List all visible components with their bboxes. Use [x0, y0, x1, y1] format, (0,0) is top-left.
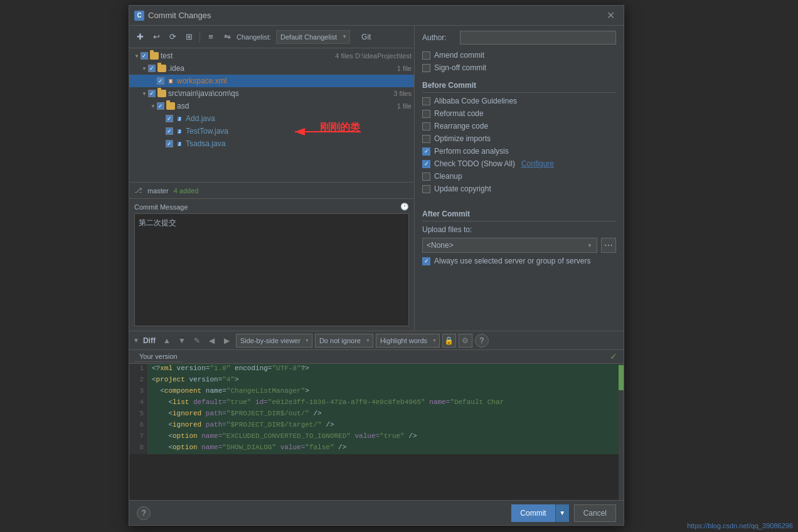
tree-checkbox[interactable] [166, 140, 173, 147]
upload-select[interactable]: <None> [422, 238, 597, 253]
diff-edit-button[interactable]: ✎ [191, 334, 203, 347]
tree-checkbox[interactable] [166, 127, 173, 135]
tree-item-asd[interactable]: ▼ asd 1 file [129, 100, 414, 112]
changelist-select-wrapper: Default Changelist [276, 30, 350, 44]
diff-scrollbar-thumb[interactable] [619, 365, 624, 390]
java-file-icon: J [175, 127, 184, 136]
dialog-titlebar: C Commit Changes ✕ [129, 6, 624, 26]
commit-message-label: Commit Message 🕐 [134, 203, 409, 211]
website-link[interactable]: https://blog.csdn.net/qq_39086296 [687, 522, 793, 529]
line-content: <option name="SHOW_DIALOG" value="false"… [148, 443, 619, 454]
diff-section: ▼ Diff ▲ ▼ ✎ ◀ ▶ Side-by-side viewer Do … [129, 331, 624, 500]
tree-checkbox[interactable] [148, 65, 156, 72]
add-button[interactable]: ✚ [133, 30, 147, 44]
tree-item-add-java[interactable]: J Add.java [129, 112, 414, 125]
analyze-checkbox[interactable] [422, 147, 430, 156]
tree-expand-arrow[interactable]: ▼ [149, 102, 157, 110]
todo-checkbox[interactable] [422, 160, 430, 168]
bottom-help-button[interactable]: ? [137, 506, 151, 520]
commit-message-section: Commit Message 🕐 第二次提交 [129, 198, 414, 331]
collapse-button[interactable]: ⇋ [220, 30, 234, 44]
line-number: 6 [129, 420, 148, 432]
tree-label: test [161, 51, 332, 60]
always-use-checkbox[interactable] [422, 257, 430, 265]
tree-spacer [158, 140, 166, 147]
settings-button[interactable]: ⚙ [459, 334, 472, 348]
highlight-dropdown-wrapper: Highlight words [376, 334, 440, 348]
close-button[interactable]: ✕ [603, 8, 619, 23]
tree-item-idea[interactable]: ▼ .idea 1 file [129, 62, 414, 75]
todo-label: Check TODO (Show All) [434, 159, 515, 168]
git-tab[interactable]: Git [358, 31, 375, 43]
diff-next-button[interactable]: ▶ [221, 334, 233, 347]
tree-checkbox[interactable] [166, 115, 173, 122]
line-number: 1 [129, 364, 148, 375]
viewer-dropdown[interactable]: Side-by-side viewer [236, 334, 312, 348]
line-content: <ignored path="$PROJECT_DIR$/target/" /> [148, 420, 619, 432]
file-tree: ▼ test 4 files D:\ideaProject\test ▼ .id… [129, 48, 414, 182]
tree-expand-arrow[interactable]: ▼ [133, 52, 141, 60]
ignore-dropdown[interactable]: Do not ignore [315, 334, 373, 348]
undo-button[interactable]: ↩ [149, 30, 163, 44]
line-content: <list default="true" id="e012e3ff-1036-4… [148, 398, 619, 409]
tree-spacer [149, 77, 157, 85]
help-button[interactable]: ? [475, 334, 489, 348]
line-number: 4 [129, 398, 148, 409]
highlight-dropdown[interactable]: Highlight words [376, 334, 440, 348]
author-input[interactable] [460, 31, 616, 45]
diff-line-6: 6 <ignored path="$PROJECT_DIR$/target/" … [129, 420, 619, 432]
upload-label: Upload files to: [422, 225, 616, 234]
commit-arrow-button[interactable]: ▼ [555, 504, 569, 522]
refresh-button[interactable]: ⟳ [166, 30, 179, 44]
rearrange-checkbox[interactable] [422, 122, 430, 130]
commit-message-input[interactable]: 第二次提交 [134, 213, 409, 326]
tree-checkbox[interactable] [148, 90, 156, 97]
upload-more-button[interactable]: ⋯ [601, 238, 616, 253]
optimize-checkbox[interactable] [422, 135, 430, 143]
tree-item-workspace-xml[interactable]: X workspace.xml [129, 75, 414, 87]
tree-label: TestTow.java [186, 127, 412, 136]
alibaba-label: Alibaba Code Guidelines [434, 97, 517, 105]
expand-button[interactable]: ≡ [204, 30, 218, 44]
reformat-checkbox[interactable] [422, 110, 430, 118]
tree-checkbox[interactable] [141, 52, 148, 60]
configure-link[interactable]: Configure [521, 159, 554, 168]
diff-down-button[interactable]: ▼ [176, 334, 188, 347]
commit-button-group: Commit ▼ [511, 504, 568, 522]
diff-prev-button[interactable]: ◀ [206, 334, 218, 347]
tree-item-test[interactable]: ▼ test 4 files D:\ideaProject\test [129, 50, 414, 62]
tree-checkbox[interactable] [157, 77, 164, 85]
tree-item-tsadsa-java[interactable]: J Tsadsa.java [129, 137, 414, 150]
tree-item-testtow-java[interactable]: J TestTow.java [129, 125, 414, 137]
group-button[interactable]: ⊞ [182, 30, 196, 44]
alibaba-row: Alibaba Code Guidelines [422, 97, 616, 105]
amend-commit-checkbox[interactable] [422, 51, 430, 60]
tree-meta: 4 files D:\ideaProject\test [335, 52, 412, 60]
line-content: <?xml version="1.0" encoding="UTF-8"?> [148, 364, 619, 375]
toolbar-separator [200, 31, 200, 43]
author-row: Author: [422, 31, 616, 45]
line-number: 3 [129, 386, 148, 398]
commit-button[interactable]: Commit [511, 504, 555, 522]
reformat-row: Reformat code [422, 109, 616, 118]
cleanup-checkbox[interactable] [422, 173, 430, 181]
tree-expand-arrow[interactable]: ▼ [141, 65, 148, 72]
upload-select-wrapper: <None> [422, 238, 597, 253]
copyright-checkbox[interactable] [422, 185, 430, 193]
tree-checkbox[interactable] [157, 102, 164, 110]
tree-expand-arrow[interactable]: ▼ [141, 90, 148, 97]
signoff-commit-checkbox[interactable] [422, 64, 430, 72]
diff-line-7: 7 <option name="EXCLUDED_CONVERTED_TO_IG… [129, 432, 619, 443]
line-content: <component name="ChangeListManager"> [148, 386, 619, 398]
diff-scrollbar[interactable] [619, 364, 624, 500]
tree-item-src[interactable]: ▼ src\main\java\com\qs 3 files [129, 87, 414, 100]
after-commit-section: After Commit Upload files to: <None> ⋯ A… [422, 205, 616, 269]
alibaba-checkbox[interactable] [422, 97, 430, 105]
cancel-button[interactable]: Cancel [574, 504, 616, 522]
changelist-select[interactable]: Default Changelist [276, 30, 350, 44]
diff-up-button[interactable]: ▲ [161, 334, 173, 347]
toolbar: ✚ ↩ ⟳ ⊞ ≡ ⇋ Changelist: Default Changeli… [129, 26, 414, 48]
lock-button[interactable]: 🔒 [442, 334, 456, 348]
optimize-row: Optimize imports [422, 134, 616, 143]
clock-icon[interactable]: 🕐 [400, 203, 409, 211]
